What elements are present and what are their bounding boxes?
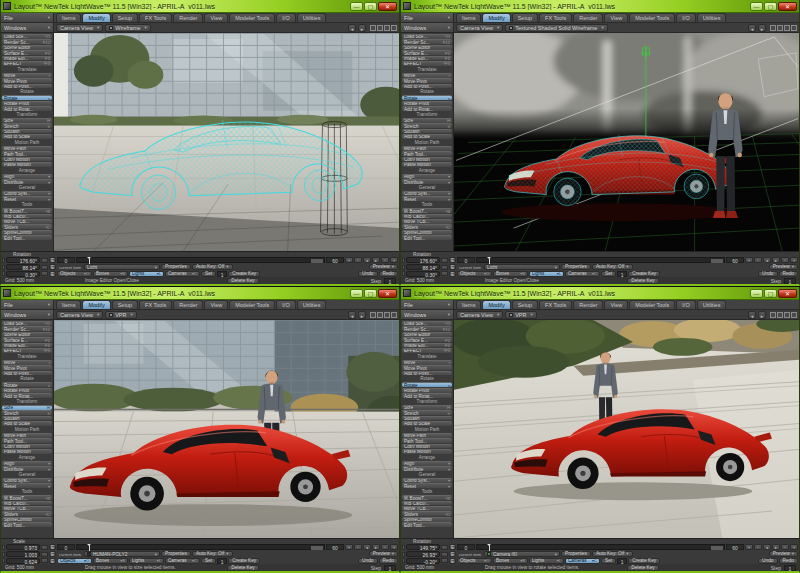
sidebar-item-path-tool[interactable]: Path Tool...	[402, 438, 452, 443]
sidebar-item-load-sce[interactable]: Load Sce...^O	[402, 34, 452, 39]
sidebar-item-move[interactable]: Movet	[2, 360, 52, 365]
sidebar-item-add-to-rotat[interactable]: Add to Rotat...	[2, 393, 52, 398]
maximize-button[interactable]: ▢	[364, 289, 377, 298]
view-type-dropdown[interactable]: Camera View ▾	[56, 24, 103, 32]
channel-toggle[interactable]	[2, 258, 5, 263]
sidebar-item-image-edi[interactable]: Image Edi...F6	[402, 56, 452, 61]
sidebar-item-reset[interactable]: Reset▾	[402, 196, 452, 201]
sidebar-item-path-tool[interactable]: Path Tool...	[402, 151, 452, 156]
sidebar-item-sliders[interactable]: Sliders^D	[402, 224, 452, 229]
set-button[interactable]: Set	[601, 558, 616, 564]
timeline-handle[interactable]	[711, 259, 723, 263]
sidebar-item-add-to-scale[interactable]: Add to Scale	[2, 421, 52, 426]
tab-render[interactable]: Render	[173, 300, 203, 309]
tab-items[interactable]: Items	[456, 300, 481, 309]
sidebar-item-effect[interactable]: EFFECT^F5	[2, 348, 52, 353]
value-stepper[interactable]	[41, 558, 48, 563]
value-stepper[interactable]	[441, 558, 448, 563]
viewport-layout-icons[interactable]	[370, 312, 397, 318]
value-stepper[interactable]	[441, 265, 448, 270]
tab-i-o[interactable]: I/O	[676, 300, 695, 309]
viewport-layout-icons[interactable]	[370, 25, 397, 31]
set-button[interactable]: Set	[201, 558, 216, 564]
viewport-pan-left-icon[interactable]: ◂	[748, 24, 756, 32]
step-value[interactable]: 1	[384, 565, 396, 571]
sidebar-item-rotate[interactable]: Rotatey	[2, 95, 52, 100]
undo-button[interactable]: Undo	[358, 271, 377, 277]
windows-menu-button[interactable]: Windows ▾	[401, 310, 454, 319]
sidebar-item-rotate-pivot[interactable]: Rotate Pivot	[2, 101, 52, 106]
item-type-lights[interactable]: Lights▾L	[529, 271, 564, 277]
sidebar-item-add-to-rotat[interactable]: Add to Rotat...	[402, 393, 452, 398]
viewport-pan-right-icon[interactable]: ▸	[358, 311, 366, 319]
tab-view[interactable]: View	[604, 300, 628, 309]
sidebar-item-surface-e[interactable]: Surface E...F5	[2, 50, 52, 55]
previous-frame-icon[interactable]: ◂	[763, 544, 771, 550]
undo-button[interactable]: Undo	[758, 558, 777, 564]
sidebar-item-load-sce[interactable]: Load Sce...^O	[2, 34, 52, 39]
next-keyframe-icon[interactable]: ›	[381, 544, 389, 550]
envelope-button[interactable]: E	[449, 257, 456, 263]
sidebar-item-distribute[interactable]: Distribute▾	[402, 179, 452, 184]
tab-setup[interactable]: Setup	[512, 13, 538, 22]
viewport[interactable]	[454, 33, 799, 251]
sidebar-item-image-edi[interactable]: Image Edi...F6	[2, 343, 52, 348]
sidebar-item-copy-motion[interactable]: Copy Motion	[402, 157, 452, 162]
sidebar-item-ikb-calcul[interactable]: IKB Calcul...	[402, 501, 452, 506]
current-item-dropdown[interactable]: Light ▾	[484, 264, 560, 270]
timeline-handle[interactable]	[711, 546, 723, 550]
tab-modify[interactable]: Modify	[82, 13, 110, 22]
create-key-button[interactable]: Create Key	[628, 558, 660, 564]
sidebar-item-scene-editor[interactable]: Scene Editor	[402, 332, 452, 337]
sidebar-item-ik-boostt[interactable]: IK BoostT...^B	[2, 208, 52, 213]
sidebar-item-splinecontrol[interactable]: SplineControl	[402, 230, 452, 235]
sidebar-item-stretch[interactable]: Stretchh	[402, 123, 452, 128]
sidebar-item-paste-motion[interactable]: Paste Motion	[402, 449, 452, 454]
jump-to-start-icon[interactable]: «	[745, 257, 753, 263]
windows-menu-button[interactable]: Windows ▾	[401, 23, 454, 32]
item-type-cameras[interactable]: Cameras▾C	[565, 558, 600, 564]
minimize-button[interactable]: —	[350, 289, 363, 298]
sidebar-item-copy-motion[interactable]: Copy Motion	[402, 444, 452, 449]
sidebar-item-sliders[interactable]: Sliders^D	[2, 511, 52, 516]
file-menu-button[interactable]: File ▾	[401, 13, 454, 22]
channel-value-2[interactable]: 1.003	[6, 551, 40, 557]
next-keyframe-icon[interactable]: ›	[781, 544, 789, 550]
sidebar-item-move-path[interactable]: Move Path	[2, 146, 52, 151]
channel-value-3[interactable]: 0.30°	[6, 271, 40, 277]
sidebar-item-add-to-posit[interactable]: Add to Posit...	[2, 371, 52, 376]
delete-key-button[interactable]: Delete Key	[227, 565, 258, 571]
sidebar-item-distribute[interactable]: Distribute▾	[2, 466, 52, 471]
sidebar-item-move[interactable]: Movet	[402, 73, 452, 78]
view-type-dropdown[interactable]: Camera View ▾	[56, 311, 103, 319]
step-value[interactable]: 1	[784, 565, 796, 571]
properties-button[interactable]: Properties	[561, 551, 591, 557]
viewport[interactable]	[54, 320, 399, 538]
tab-i-o[interactable]: I/O	[276, 13, 295, 22]
sidebar-item-sliders[interactable]: Sliders^D	[2, 224, 52, 229]
jump-to-end-icon[interactable]: »	[790, 257, 798, 263]
item-type-objects[interactable]: Objects▾O	[457, 271, 492, 277]
item-type-lights[interactable]: Lights▾L	[129, 558, 164, 564]
sidebar-item-edit-tool[interactable]: Edit Tool...	[2, 522, 52, 527]
viewport-pan-left-icon[interactable]: ◂	[348, 24, 356, 32]
sidebar-item-splinecontrol[interactable]: SplineControl	[2, 517, 52, 522]
redo-button[interactable]: Redo	[379, 271, 398, 277]
sidebar-item-add-to-posit[interactable]: Add to Posit...	[2, 84, 52, 89]
sidebar-item-add-to-rotat[interactable]: Add to Rotat...	[402, 106, 452, 111]
undo-button[interactable]: Undo	[358, 558, 377, 564]
tab-render[interactable]: Render	[573, 13, 603, 22]
channel-value-3[interactable]: 0.624	[6, 558, 40, 564]
view-type-dropdown[interactable]: Camera View ▾	[456, 311, 503, 319]
sidebar-item-move-tcb[interactable]: Move TCB...	[402, 506, 452, 511]
previous-keyframe-icon[interactable]: ‹	[754, 544, 762, 550]
sidebar-item-squash[interactable]: Squash	[2, 416, 52, 421]
channel-value-1[interactable]: 149.75°	[406, 544, 440, 550]
envelope-button[interactable]: E	[49, 544, 56, 550]
next-frame-icon[interactable]: ▸	[372, 257, 380, 263]
timeline-handle[interactable]	[311, 546, 323, 550]
sidebar-item-rotate[interactable]: Rotatey	[402, 382, 452, 387]
sidebar-item-add-to-rotat[interactable]: Add to Rotat...	[2, 106, 52, 111]
sidebar-item-move-pivot[interactable]: Move Pivot	[2, 365, 52, 370]
viewport[interactable]	[454, 320, 799, 538]
